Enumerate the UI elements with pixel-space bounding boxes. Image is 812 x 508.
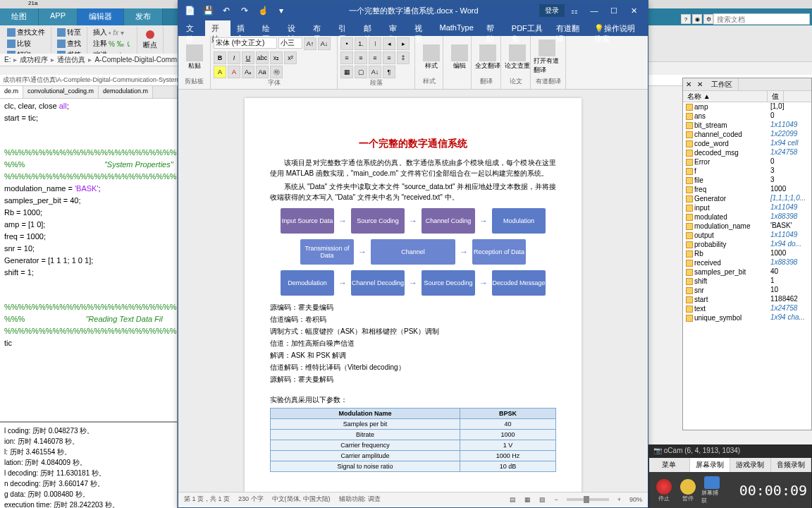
tab-publish[interactable]: 发布 xyxy=(124,8,163,25)
ws-row[interactable]: f3 xyxy=(683,167,811,176)
undo-icon[interactable]: ↶ xyxy=(219,4,233,18)
qat-more-icon[interactable]: ▾ xyxy=(274,4,288,18)
borders[interactable]: ▢ xyxy=(355,66,367,78)
path-2[interactable]: 通信仿真 xyxy=(57,55,85,65)
bold[interactable]: B xyxy=(214,52,226,64)
workspace-body[interactable]: amp[1,0]ans0bit_stream1x11049channel_cod… xyxy=(683,102,811,322)
ws-row[interactable]: file3 xyxy=(683,176,811,185)
menu-design[interactable]: 设计 xyxy=(281,20,307,36)
menu-review[interactable]: 审阅 xyxy=(383,20,408,36)
sort[interactable]: A↓ xyxy=(369,66,381,78)
ws-row[interactable]: ans0 xyxy=(683,111,811,121)
status-aux[interactable]: 辅助功能: 调查 xyxy=(339,495,381,504)
ws-row[interactable]: samples_per_bit40 xyxy=(683,267,811,277)
ws-row[interactable]: modulation_name'BASK' xyxy=(683,222,811,231)
view-web-icon[interactable]: ▧ xyxy=(539,496,546,503)
sub[interactable]: x₂ xyxy=(270,52,283,64)
search-input[interactable] xyxy=(713,13,810,25)
path-1[interactable]: 成功程序 xyxy=(20,55,48,65)
menu-home[interactable]: 开始 xyxy=(205,20,230,36)
ocam-tab-game[interactable]: 游戏录制 xyxy=(730,458,771,472)
numbers[interactable]: 1. xyxy=(355,37,367,50)
ws-row[interactable]: code_word1x94 cell xyxy=(683,139,811,148)
maximize-button[interactable]: ☐ xyxy=(604,4,624,18)
bullets[interactable]: • xyxy=(340,37,353,50)
indent-dec[interactable]: ◂ xyxy=(383,37,395,50)
ws-x1[interactable]: ✕ xyxy=(683,80,694,88)
ocam-capture[interactable]: 屏幕捕获 xyxy=(701,476,722,504)
line-space[interactable]: ‡ xyxy=(397,52,410,64)
login-button[interactable]: 登录 xyxy=(539,4,565,17)
view-read-icon[interactable]: ▤ xyxy=(510,496,516,503)
strike[interactable]: abc xyxy=(256,52,269,64)
ws-row[interactable]: shift1 xyxy=(683,277,811,286)
close-button[interactable]: ✕ xyxy=(624,4,644,18)
ocam-window[interactable]: 📷 oCam (6, 4, 1913, 1034) 菜单 屏幕录制 游戏录制 音… xyxy=(648,445,812,508)
align-r[interactable]: ≡ xyxy=(369,52,381,64)
touch-icon[interactable]: ☝ xyxy=(256,4,270,18)
font-size[interactable] xyxy=(278,37,302,49)
ws-row[interactable]: decoded_msg1x24758 xyxy=(683,148,811,157)
code-body[interactable]: clc, clear, close all; start = tic; %%%%… xyxy=(0,99,177,421)
tab-de[interactable]: de.m xyxy=(0,86,23,98)
ocam-tab-screen[interactable]: 屏幕录制 xyxy=(690,458,731,472)
ws-row[interactable]: bit_stream1x11049 xyxy=(683,121,811,130)
zoom-pct[interactable]: 90% xyxy=(629,496,642,503)
fulltrans-button[interactable]: 全文翻译 xyxy=(474,37,501,77)
redo-icon[interactable]: ↷ xyxy=(238,4,252,18)
ws-row[interactable]: snr10 xyxy=(683,286,811,295)
ws-row[interactable]: probability1x94 do... xyxy=(683,240,811,249)
align-j[interactable]: ≡ xyxy=(383,52,395,64)
ws-row[interactable]: output1x11049 xyxy=(683,231,811,240)
font-color[interactable]: A xyxy=(228,66,240,78)
youdao-button[interactable]: 打开有道翻译 xyxy=(534,37,560,77)
status-lang[interactable]: 中文(简体, 中国大陆) xyxy=(272,495,331,504)
ocam-tab-menu[interactable]: 菜单 xyxy=(649,458,690,472)
menu-view[interactable]: 视图 xyxy=(408,20,433,36)
paste-button[interactable]: 粘贴 xyxy=(181,37,208,77)
view-print-icon[interactable]: ▦ xyxy=(524,496,531,503)
ws-row[interactable]: amp[1,0] xyxy=(683,102,811,111)
help-icon[interactable]: ? xyxy=(681,14,691,24)
ribbon-opts-icon[interactable]: ⚏ xyxy=(565,4,584,18)
ocam-pause[interactable]: 暂停 xyxy=(677,476,699,504)
tab-editor[interactable]: 编辑器 xyxy=(78,8,124,25)
menu-mail[interactable]: 邮件 xyxy=(357,20,383,36)
zoom-slider[interactable] xyxy=(567,498,609,501)
sup[interactable]: x² xyxy=(284,52,297,64)
tab-app[interactable]: APP xyxy=(39,8,78,25)
clear-fmt[interactable]: Aₐ xyxy=(242,66,254,78)
ws-row[interactable]: freq1000 xyxy=(683,185,811,194)
path-3[interactable]: A-Complete-Digital-Commun... xyxy=(94,56,190,64)
menu-mathtype[interactable]: MathType xyxy=(433,20,480,36)
save-icon[interactable]: 💾 xyxy=(201,4,215,18)
ws-col-name[interactable]: 名称 ▲ xyxy=(683,91,768,102)
menu-tell[interactable]: 💡操作说明搜索 xyxy=(588,20,646,36)
menu-youdao[interactable]: 有道翻译 xyxy=(550,20,588,36)
show-marks[interactable]: ¶ xyxy=(383,66,395,78)
shrink-font[interactable]: A↓ xyxy=(318,37,331,50)
compare[interactable]: 比较 xyxy=(4,38,48,49)
zoom-in[interactable]: + xyxy=(617,496,621,503)
ocam-title[interactable]: 📷 oCam (6, 4, 1913, 1034) xyxy=(649,445,811,458)
ws-row[interactable]: input1x11049 xyxy=(683,203,811,212)
word-titlebar[interactable]: 📄 💾 ↶ ↷ ☝ ▾ 一个完整的数字通信系统.docx - Word 登录 ⚏… xyxy=(178,1,648,20)
highlight[interactable]: A xyxy=(214,66,226,78)
tab-demod[interactable]: demodulation.m xyxy=(99,86,153,98)
menu-draw[interactable]: 绘图 xyxy=(256,20,281,36)
styles-button[interactable]: 样式 xyxy=(418,37,445,77)
ws-row[interactable]: Rb1000 xyxy=(683,249,811,258)
edit-button[interactable]: 编辑 xyxy=(446,37,473,77)
grow-font[interactable]: A↑ xyxy=(304,37,316,50)
menu-file[interactable]: 文件 xyxy=(180,20,205,36)
ws-col-value[interactable]: 值 xyxy=(768,91,784,102)
status-words[interactable]: 230 个字 xyxy=(238,495,264,504)
tab-plot[interactable]: 绘图 xyxy=(0,8,39,25)
plagiarism-button[interactable]: 论文查重 xyxy=(504,37,531,77)
find-files[interactable]: 查找文件 xyxy=(4,27,48,38)
font-name[interactable] xyxy=(214,37,277,49)
menu-layout[interactable]: 布局 xyxy=(307,20,332,36)
align-c[interactable]: ≡ xyxy=(355,52,367,64)
align-l[interactable]: ≡ xyxy=(340,52,353,64)
menu-pdf[interactable]: PDF工具集 xyxy=(505,20,550,36)
